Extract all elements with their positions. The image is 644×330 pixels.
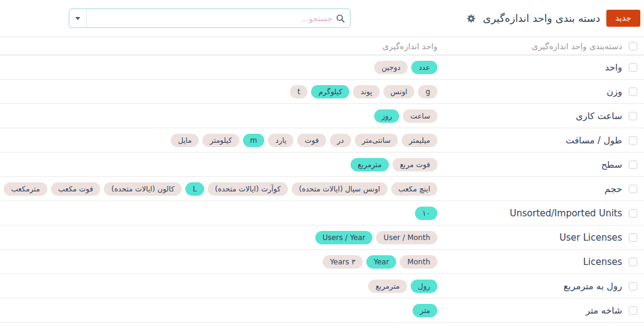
unit-badge-reference: مترمربع xyxy=(351,158,389,171)
row-checkbox[interactable] xyxy=(629,282,637,290)
unit-badge-reference: عدد xyxy=(411,61,437,74)
category-name: Unsorted/Imported Units xyxy=(463,208,622,219)
row-checkbox-cell xyxy=(622,88,644,96)
search-icon[interactable] xyxy=(336,14,345,23)
unit-badge-reference: ۱۰ xyxy=(415,207,437,220)
row-checkbox-cell xyxy=(622,209,644,218)
unit-badge-reference: L xyxy=(185,182,204,196)
row-checkbox-cell xyxy=(622,160,644,169)
unit-badge: در xyxy=(330,134,351,147)
category-name: رول به مترمربع xyxy=(463,281,622,292)
category-name: User Licenses xyxy=(463,232,622,243)
category-name: شاخه متر xyxy=(463,305,622,316)
row-checkbox-cell xyxy=(622,233,644,242)
row-checkbox[interactable] xyxy=(629,209,637,218)
row-checkbox[interactable] xyxy=(629,185,637,193)
units-cell: متر xyxy=(0,304,463,317)
row-checkbox-cell xyxy=(622,282,644,290)
breadcrumb-area: جدید دسته بندی واحد اندازه‌گیری xyxy=(466,10,640,27)
table-row[interactable]: طول / مسافتمیلیمترسانتی‌متردرفوتیاردmکیل… xyxy=(0,128,644,153)
column-header-category[interactable]: دسته‌بندی واحد اندازه‌گیری xyxy=(463,41,622,51)
units-cell: ۱۰ xyxy=(0,207,463,220)
chevron-down-icon xyxy=(75,17,80,20)
unit-badge: اونس xyxy=(383,85,415,98)
row-checkbox-cell xyxy=(622,112,644,120)
uom-category-list: دسته‌بندی واحد اندازه‌گیری واحد اندازه‌گ… xyxy=(0,36,644,323)
new-button[interactable]: جدید xyxy=(606,10,640,27)
unit-badge: مترمکعب xyxy=(4,182,47,196)
row-checkbox[interactable] xyxy=(629,233,637,242)
row-checkbox[interactable] xyxy=(629,258,637,266)
row-checkbox-cell xyxy=(622,63,644,72)
row-checkbox[interactable] xyxy=(629,306,637,315)
select-all-checkbox[interactable] xyxy=(629,42,637,50)
units-cell: رولمترمربع xyxy=(0,280,463,293)
unit-badge-reference: کیلوگرم xyxy=(311,85,349,98)
unit-badge: یارد xyxy=(268,134,293,147)
unit-badge-reference: متر xyxy=(413,304,437,317)
unit-badge: ساعت xyxy=(403,109,437,123)
unit-badge: فوت مکعب xyxy=(51,182,101,196)
unit-badge-reference: m xyxy=(243,134,265,147)
table-header-row: دسته‌بندی واحد اندازه‌گیری واحد اندازه‌گ… xyxy=(0,36,644,55)
unit-badge: User / Month xyxy=(376,231,437,244)
table-row[interactable]: سطحفوت مربعمترمربع xyxy=(0,153,644,177)
row-checkbox[interactable] xyxy=(629,112,637,120)
table-row[interactable]: رول به مترمربعرولمترمربع xyxy=(0,274,644,298)
table-body: واحدعدددوجینوزنgاونسپوندکیلوگرمtساعت کار… xyxy=(0,55,644,323)
unit-badge: اونس سیال (ایالات متحده) xyxy=(292,182,387,196)
unit-badge: فوت xyxy=(297,134,326,147)
table-row[interactable]: شاخه مترمتر xyxy=(0,298,644,323)
unit-badge-reference: Users / Year xyxy=(315,231,373,244)
units-cell: عدددوجین xyxy=(0,61,463,74)
category-name: ساعت کاری xyxy=(463,111,622,122)
unit-badge: مایل xyxy=(171,134,199,147)
table-row[interactable]: حجماینچ مکعباونس سیال (ایالات متحده)کوآر… xyxy=(0,177,644,201)
category-name: وزن xyxy=(463,86,622,97)
search-bar xyxy=(69,9,351,28)
row-checkbox-cell xyxy=(622,258,644,266)
table-row[interactable]: LicensesMonthYear۳ Years xyxy=(0,250,644,274)
units-cell: MonthYear۳ Years xyxy=(0,255,463,269)
category-name: حجم xyxy=(463,184,622,194)
unit-badge-reference: روز xyxy=(374,109,399,123)
unit-badge: g xyxy=(418,85,437,98)
unit-badge: اینچ مکعب xyxy=(391,182,437,196)
unit-badge: t xyxy=(290,85,307,98)
unit-badge: میلیمتر xyxy=(402,134,437,147)
unit-badge: پوند xyxy=(353,85,379,98)
row-checkbox-cell xyxy=(622,185,644,193)
units-cell: ساعتروز xyxy=(0,109,463,123)
row-checkbox-cell xyxy=(622,306,644,315)
gear-icon[interactable] xyxy=(466,13,477,24)
table-row[interactable]: ساعت کاریساعتروز xyxy=(0,104,644,128)
unit-badge: فوت مربع xyxy=(392,158,437,171)
search-filter-toggle[interactable] xyxy=(69,9,86,27)
row-checkbox[interactable] xyxy=(629,63,637,72)
row-checkbox[interactable] xyxy=(629,136,637,145)
column-header-units[interactable]: واحد اندازه‌گیری xyxy=(0,41,463,51)
unit-badge: کالون (ایالات متحده) xyxy=(104,182,182,196)
row-checkbox[interactable] xyxy=(629,160,637,169)
row-checkbox-cell xyxy=(622,136,644,145)
units-cell: gاونسپوندکیلوگرمt xyxy=(0,85,463,98)
table-row[interactable]: User LicensesUser / MonthUsers / Year xyxy=(0,225,644,250)
unit-badge: سانتی‌متر xyxy=(355,134,398,147)
category-name: سطح xyxy=(463,159,622,170)
row-checkbox[interactable] xyxy=(629,88,637,96)
table-row[interactable]: Unsorted/Imported Units۱۰ xyxy=(0,201,644,225)
category-name: طول / مسافت xyxy=(463,135,622,146)
unit-badge: کوآرت (ایالات متحده) xyxy=(208,182,288,196)
header-checkbox-cell xyxy=(622,42,644,50)
unit-badge: مترمربع xyxy=(368,280,406,293)
units-cell: فوت مربعمترمربع xyxy=(0,158,463,171)
units-cell: میلیمترسانتی‌متردرفوتیاردmکیلومترمایل xyxy=(0,134,463,147)
unit-badge-reference: Year xyxy=(366,255,396,269)
search-input[interactable] xyxy=(92,14,336,23)
unit-badge: Month xyxy=(400,255,437,269)
table-row[interactable]: وزنgاونسپوندکیلوگرمt xyxy=(0,80,644,104)
units-cell: اینچ مکعباونس سیال (ایالات متحده)کوآرت (… xyxy=(0,182,463,196)
unit-badge-reference: رول xyxy=(411,280,437,293)
page-title: دسته بندی واحد اندازه‌گیری xyxy=(483,12,600,24)
table-row[interactable]: واحدعدددوجین xyxy=(0,55,644,80)
